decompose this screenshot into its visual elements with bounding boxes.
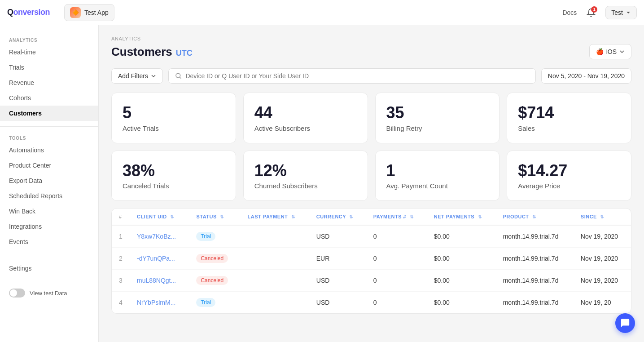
- breadcrumb: ANALYTICS: [111, 36, 631, 41]
- search-box: [168, 68, 536, 84]
- client-uid-link[interactable]: muL88NQgt...: [137, 277, 176, 284]
- cell-num: 1: [112, 225, 130, 248]
- stat-value-avg-payment-count: 1: [386, 162, 489, 180]
- stat-card-sales: $714 Sales: [507, 93, 631, 143]
- stats-grid-row1: 5 Active Trials 44 Active Subscribers 35…: [111, 93, 631, 143]
- platform-label: iOS: [606, 48, 617, 55]
- tools-section-label: TOOLS: [0, 132, 98, 142]
- col-payments-num[interactable]: PAYMENTS # ⇅: [366, 209, 427, 225]
- col-client-uid[interactable]: CLIENT UID ⇅: [130, 209, 189, 225]
- table-body: 1 Y8xw7KoBz... Trial USD 0 $0.00 month.1…: [112, 225, 631, 313]
- sidebar-item-product-center[interactable]: Product Center: [0, 158, 98, 173]
- client-uid-link[interactable]: -dY7unQPa...: [137, 255, 175, 262]
- table: # CLIENT UID ⇅ STATUS ⇅ LAST PAYMENT: [112, 209, 631, 313]
- sort-icon-payments-num: ⇅: [410, 214, 414, 219]
- svg-point-0: [176, 73, 180, 78]
- cell-currency: EUR: [309, 248, 366, 270]
- page-header: Customers UTC 🍎 iOS: [111, 44, 631, 59]
- search-input[interactable]: [185, 72, 529, 80]
- date-range-label: Nov 5, 2020 - Nov 19, 2020: [548, 72, 625, 80]
- page-title-badge: UTC: [176, 49, 193, 58]
- chevron-down-icon: [619, 49, 625, 54]
- sidebar: ANALYTICS Real-time Trials Revenue Cohor…: [0, 25, 99, 342]
- stat-value-average-price: $14.27: [518, 162, 620, 180]
- cell-since: Nov 19, 2020: [574, 225, 631, 248]
- logo: Qonversion: [7, 8, 50, 17]
- col-last-payment[interactable]: LAST PAYMENT ⇅: [241, 209, 309, 225]
- client-uid-link[interactable]: NrYbPslmM...: [137, 299, 175, 306]
- stats-grid-row2: 38% Canceled Trials 12% Churned Subscrib…: [111, 151, 631, 201]
- client-uid-link[interactable]: Y8xw7KoBz...: [137, 233, 176, 240]
- cell-status: Trial: [189, 225, 240, 248]
- sidebar-item-win-back[interactable]: Win Back: [0, 204, 98, 219]
- chat-icon: [620, 318, 630, 328]
- status-badge: Canceled: [196, 276, 228, 285]
- stat-card-churned-subscribers: 12% Churned Subscribers: [243, 151, 368, 201]
- cell-currency: USD: [309, 270, 366, 292]
- cell-product: month.14.99.trial.7d: [496, 292, 574, 314]
- stat-card-billing-retry: 35 Billing Retry: [375, 93, 500, 143]
- add-filters-button[interactable]: Add Filters: [111, 68, 163, 84]
- cell-client-uid: NrYbPslmM...: [130, 292, 189, 314]
- cell-since: Nov 19, 20: [574, 292, 631, 314]
- cell-last-payment: [241, 292, 309, 314]
- platform-selector[interactable]: 🍎 iOS: [589, 44, 631, 59]
- sidebar-item-automations[interactable]: Automations: [0, 142, 98, 158]
- cell-payments-num: 0: [366, 292, 427, 314]
- app-icon: 🔶: [70, 7, 81, 18]
- cell-since: Nov 19, 2020: [574, 270, 631, 292]
- sidebar-item-scheduled-reports[interactable]: Scheduled Reports: [0, 188, 98, 204]
- cell-currency: USD: [309, 292, 366, 314]
- cell-product: month.14.99.trial.7d: [496, 270, 574, 292]
- main-layout: ANALYTICS Real-time Trials Revenue Cohor…: [0, 25, 644, 342]
- sort-icon-product: ⇅: [532, 214, 536, 219]
- notification-button[interactable]: 1: [584, 5, 598, 20]
- sidebar-item-realtime[interactable]: Real-time: [0, 44, 98, 60]
- page-title-row: Customers UTC: [111, 45, 193, 59]
- status-badge: Canceled: [196, 254, 228, 263]
- docs-link[interactable]: Docs: [562, 9, 577, 16]
- col-product[interactable]: PRODUCT ⇅: [496, 209, 574, 225]
- sort-icon-last-payment: ⇅: [291, 214, 295, 219]
- stat-card-canceled-trials: 38% Canceled Trials: [111, 151, 236, 201]
- sidebar-item-customers[interactable]: Customers: [0, 106, 98, 121]
- col-currency[interactable]: CURRENCY ⇅: [309, 209, 366, 225]
- cell-status: Trial: [189, 292, 240, 314]
- app-layout: Qonversion 🔶 Test App Docs 1 Test: [0, 0, 644, 342]
- sidebar-item-integrations[interactable]: Integrations: [0, 219, 98, 234]
- cell-net-payments: $0.00: [427, 270, 496, 292]
- cell-product: month.14.99.trial.7d: [496, 248, 574, 270]
- sidebar-item-events[interactable]: Events: [0, 234, 98, 249]
- sidebar-item-export-data[interactable]: Export Data: [0, 173, 98, 188]
- col-since[interactable]: SINCE ⇅: [574, 209, 631, 225]
- stat-label-sales: Sales: [518, 124, 620, 132]
- sidebar-divider-2: [0, 255, 98, 255]
- stat-value-active-subscribers: 44: [254, 104, 357, 122]
- col-net-payments[interactable]: NET PAYMENTS ⇅: [427, 209, 496, 225]
- cell-status: Canceled: [189, 248, 240, 270]
- sidebar-item-cohorts[interactable]: Cohorts: [0, 90, 98, 106]
- sidebar-item-revenue[interactable]: Revenue: [0, 75, 98, 90]
- user-menu-button[interactable]: Test: [605, 6, 637, 19]
- view-test-toggle[interactable]: [9, 289, 25, 298]
- sidebar-item-settings[interactable]: Settings: [0, 261, 98, 276]
- stat-value-sales: $714: [518, 104, 620, 122]
- sidebar-bottom: View test Data: [0, 283, 98, 303]
- cell-client-uid: Y8xw7KoBz...: [130, 225, 189, 248]
- chat-bubble-button[interactable]: [615, 313, 635, 333]
- date-range-picker[interactable]: Nov 5, 2020 - Nov 19, 2020: [541, 68, 631, 84]
- top-bar: Qonversion 🔶 Test App Docs 1 Test: [0, 0, 644, 25]
- table-row: 1 Y8xw7KoBz... Trial USD 0 $0.00 month.1…: [112, 225, 631, 248]
- chevron-down-icon: [151, 73, 156, 79]
- cell-status: Canceled: [189, 270, 240, 292]
- cell-product: month.14.99.trial.7d: [496, 225, 574, 248]
- sidebar-item-trials[interactable]: Trials: [0, 60, 98, 75]
- col-status[interactable]: STATUS ⇅: [189, 209, 240, 225]
- cell-num: 3: [112, 270, 130, 292]
- app-selector[interactable]: 🔶 Test App: [64, 4, 114, 21]
- filters-row: Add Filters Nov 5, 2020 - Nov 19, 2020: [111, 68, 631, 84]
- toggle-knob: [10, 289, 17, 297]
- table-row: 2 -dY7unQPa... Canceled EUR 0 $0.00 mont…: [112, 248, 631, 270]
- cell-payments-num: 0: [366, 248, 427, 270]
- stat-label-canceled-trials: Canceled Trials: [123, 182, 225, 190]
